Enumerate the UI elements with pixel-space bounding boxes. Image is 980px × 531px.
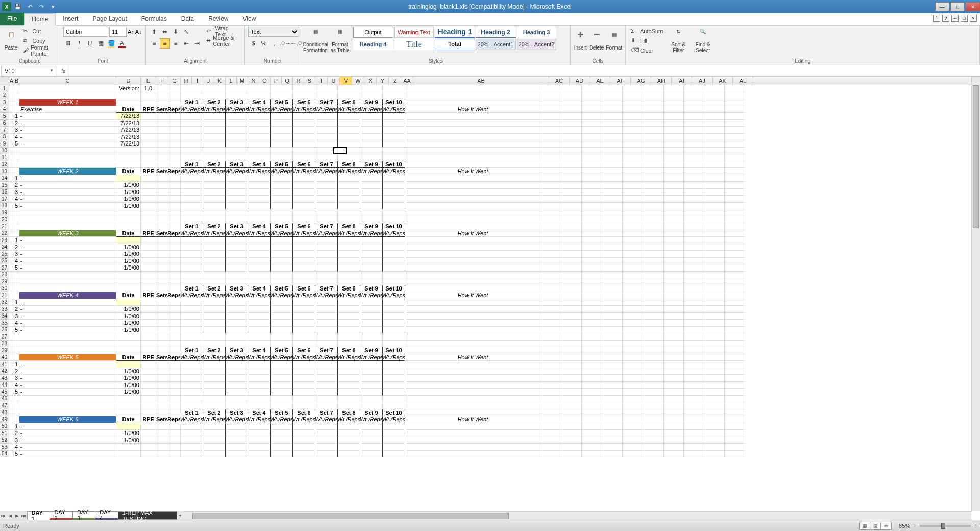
cell[interactable]: [248, 113, 271, 120]
cell[interactable]: 3: [14, 437, 19, 444]
cell[interactable]: [664, 106, 684, 113]
cell[interactable]: Set 1: [181, 161, 203, 168]
week-band[interactable]: WEEK 5: [19, 354, 116, 361]
cell[interactable]: -: [19, 203, 116, 210]
row-header[interactable]: 48: [0, 409, 9, 417]
cell[interactable]: [360, 313, 383, 320]
cell[interactable]: [9, 430, 14, 437]
cell[interactable]: [181, 203, 203, 210]
cell[interactable]: 7/22/13: [116, 140, 141, 148]
cell[interactable]: [383, 120, 405, 127]
cell-styles-gallery[interactable]: Output Warning Text Heading 1 Heading 2 …: [353, 27, 556, 50]
clear-button[interactable]: ⌫Clear: [629, 46, 665, 55]
cell[interactable]: Set 5: [271, 285, 293, 293]
cell[interactable]: [248, 182, 271, 189]
cell[interactable]: [19, 347, 116, 354]
cell[interactable]: [541, 237, 561, 244]
cell[interactable]: [684, 209, 704, 216]
cell[interactable]: [561, 237, 582, 244]
cell[interactable]: [725, 375, 745, 382]
cell[interactable]: [271, 437, 293, 444]
cell[interactable]: [14, 161, 19, 168]
cell[interactable]: 1/0/00: [116, 251, 141, 258]
cell[interactable]: Set 10: [383, 223, 405, 230]
cell[interactable]: [226, 175, 248, 182]
cell[interactable]: [141, 264, 156, 272]
cell[interactable]: [405, 182, 541, 189]
cell[interactable]: [561, 341, 582, 348]
cell[interactable]: [116, 278, 141, 285]
cell[interactable]: [168, 396, 181, 403]
cell[interactable]: [141, 320, 156, 327]
cell[interactable]: [541, 451, 561, 458]
cell[interactable]: [623, 140, 643, 148]
cell[interactable]: [293, 299, 315, 306]
cell[interactable]: [704, 375, 725, 382]
cell[interactable]: [315, 182, 338, 189]
row-header[interactable]: 28: [0, 272, 9, 279]
cell[interactable]: [623, 251, 643, 258]
cell[interactable]: 1/0/00: [116, 430, 141, 437]
row-header[interactable]: 12: [0, 161, 9, 168]
row-header[interactable]: 27: [0, 264, 9, 272]
cell[interactable]: [704, 320, 725, 327]
cell[interactable]: [181, 320, 203, 327]
cell[interactable]: [315, 196, 338, 203]
cell[interactable]: [271, 368, 293, 375]
cell[interactable]: [582, 402, 602, 409]
cell[interactable]: [141, 347, 156, 354]
cell[interactable]: [248, 306, 271, 313]
cell[interactable]: [684, 244, 704, 251]
cell[interactable]: [315, 85, 338, 92]
cell[interactable]: [561, 140, 582, 148]
cell[interactable]: -: [19, 389, 116, 396]
cell[interactable]: [582, 396, 602, 403]
cell[interactable]: [664, 313, 684, 320]
cell[interactable]: [602, 85, 623, 92]
cell[interactable]: [623, 154, 643, 161]
cell[interactable]: [156, 189, 168, 196]
cell[interactable]: [168, 216, 181, 224]
cell[interactable]: Set 3: [226, 347, 248, 354]
cell[interactable]: [248, 423, 271, 430]
cell[interactable]: [582, 313, 602, 320]
cell[interactable]: [360, 382, 383, 389]
cell[interactable]: [664, 258, 684, 265]
cell[interactable]: [248, 264, 271, 272]
cell[interactable]: [725, 382, 745, 389]
shrink-font-icon[interactable]: A↓: [135, 29, 142, 35]
cell[interactable]: [14, 85, 19, 92]
cell[interactable]: [181, 244, 203, 251]
cell[interactable]: [9, 258, 14, 265]
cell[interactable]: [383, 430, 405, 437]
cell[interactable]: [623, 451, 643, 458]
fill-color-button[interactable]: 🪣: [106, 38, 116, 49]
cell[interactable]: [338, 402, 360, 409]
cell[interactable]: [405, 237, 541, 244]
cell[interactable]: [725, 230, 745, 237]
cell[interactable]: [315, 451, 338, 458]
row-header[interactable]: 23: [0, 237, 9, 244]
cell[interactable]: [181, 423, 203, 430]
cell[interactable]: Set 10: [383, 161, 405, 168]
week-band[interactable]: WEEK 3: [19, 230, 116, 237]
cell[interactable]: [156, 251, 168, 258]
cell[interactable]: [541, 292, 561, 299]
cell[interactable]: [684, 382, 704, 389]
cell[interactable]: [360, 341, 383, 348]
cell[interactable]: 1: [14, 237, 19, 244]
cell[interactable]: [623, 437, 643, 444]
cell[interactable]: [684, 299, 704, 306]
cell[interactable]: [271, 278, 293, 285]
cell[interactable]: [19, 272, 116, 279]
cell[interactable]: [315, 382, 338, 389]
cell[interactable]: [725, 92, 745, 100]
cell[interactable]: [168, 251, 181, 258]
sheet-tab-day1[interactable]: DAY 1: [27, 511, 51, 520]
cell[interactable]: [725, 292, 745, 299]
cell[interactable]: [602, 292, 623, 299]
cell[interactable]: [541, 402, 561, 409]
cell[interactable]: [623, 175, 643, 182]
cell[interactable]: [704, 209, 725, 216]
cell[interactable]: [383, 341, 405, 348]
